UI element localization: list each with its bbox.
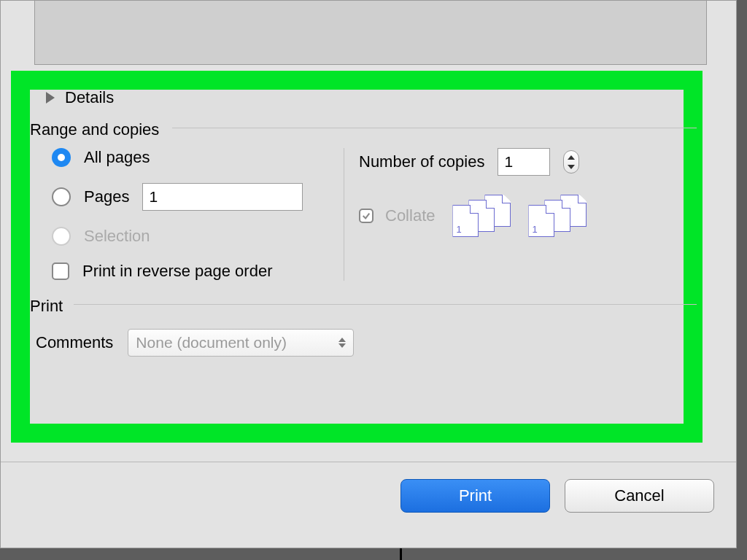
collate-preview: 321 321 — [452, 195, 591, 237]
copies-stepper[interactable] — [563, 150, 579, 174]
divider-line — [74, 304, 697, 305]
updown-arrows-icon — [338, 338, 346, 348]
radio-disabled-icon — [52, 227, 71, 246]
print-button-label: Print — [459, 486, 492, 505]
range-title-text: Range and copies — [30, 120, 159, 139]
details-disclosure[interactable]: Details — [46, 88, 679, 107]
horizontal-divider — [1, 462, 736, 462]
comments-label: Comments — [36, 333, 113, 352]
cancel-button[interactable]: Cancel — [565, 479, 714, 513]
print-section: Print Comments None (document only) — [30, 297, 679, 357]
print-button[interactable]: Print — [400, 479, 550, 513]
divider-line — [172, 128, 697, 128]
all-pages-option[interactable]: All pages — [52, 148, 344, 167]
stepper-up-icon — [568, 155, 575, 160]
reverse-order-label: Print in reverse page order — [82, 262, 272, 281]
cancel-button-label: Cancel — [614, 486, 664, 505]
stepper-down-icon — [568, 165, 575, 169]
preview-area-bottom — [34, 1, 707, 65]
collate-stack-1-icon: 321 — [452, 195, 515, 237]
details-label: Details — [65, 88, 114, 107]
checkbox-unchecked-icon — [52, 262, 69, 280]
copies-input[interactable] — [498, 148, 550, 176]
comments-row: Comments None (document only) — [30, 329, 679, 357]
pages-option[interactable]: Pages — [52, 183, 344, 211]
button-bar: Print Cancel — [400, 479, 714, 513]
range-body: All pages Pages Selection Print in rever… — [30, 148, 679, 281]
radio-unchecked-icon — [52, 187, 71, 206]
comments-value: None (document only) — [136, 334, 287, 351]
collate-stack-2-icon: 321 — [528, 195, 591, 237]
selection-label: Selection — [84, 227, 150, 246]
pages-input[interactable] — [142, 183, 303, 211]
collate-checkbox[interactable] — [359, 209, 374, 223]
print-dialog: Details Range and copies All pages Pages — [0, 0, 737, 548]
background-edge — [400, 548, 402, 560]
range-left-column: All pages Pages Selection Print in rever… — [30, 148, 344, 281]
radio-checked-icon — [52, 148, 71, 167]
copies-row: Number of copies — [359, 148, 679, 176]
all-pages-label: All pages — [84, 148, 150, 167]
collate-label: Collate — [385, 206, 435, 225]
range-and-copies-title: Range and copies — [30, 120, 679, 139]
comments-combobox[interactable]: None (document only) — [128, 329, 354, 357]
pages-label: Pages — [84, 187, 129, 206]
print-title-text: Print — [30, 297, 63, 315]
reverse-order-option[interactable]: Print in reverse page order — [52, 262, 344, 281]
range-right-column: Number of copies Collate 321 — [344, 148, 679, 281]
selection-option: Selection — [52, 227, 344, 246]
chevron-right-icon — [46, 92, 55, 104]
copies-label: Number of copies — [359, 152, 484, 171]
dialog-content: Details Range and copies All pages Pages — [30, 74, 679, 548]
print-section-title: Print — [30, 297, 679, 316]
collate-row: Collate 321 321 — [359, 195, 679, 237]
